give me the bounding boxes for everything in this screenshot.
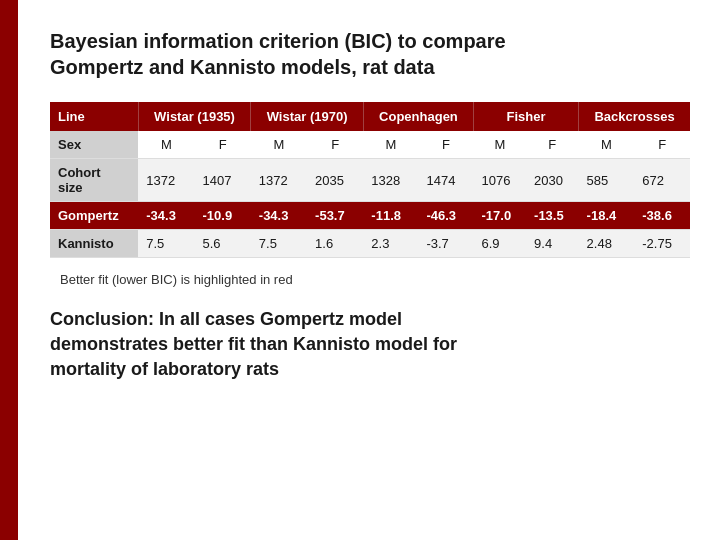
gomp-w70-m: -34.3 <box>251 202 307 230</box>
col-header-fisher: Fisher <box>474 102 579 131</box>
col-header-backcrosses: Backcrosses <box>579 102 690 131</box>
col-header-wistar1935: Wistar (1935) <box>138 102 251 131</box>
cohort-w35-m: 1372 <box>138 159 194 202</box>
sex-w35-f: F <box>195 131 251 159</box>
cohort-w70-f: 2035 <box>307 159 363 202</box>
kann-w35-m: 7.5 <box>138 230 194 258</box>
gomp-cop-m: -11.8 <box>363 202 418 230</box>
conclusion-text: Conclusion: In all cases Gompertz model … <box>50 307 690 383</box>
sex-w35-m: M <box>138 131 194 159</box>
sex-back-f: F <box>634 131 690 159</box>
page-title: Bayesian information criterion (BIC) to … <box>50 28 690 80</box>
kann-fis-m: 6.9 <box>474 230 527 258</box>
kann-w70-f: 1.6 <box>307 230 363 258</box>
cohort-cop-f: 1474 <box>418 159 473 202</box>
gomp-w35-f: -10.9 <box>195 202 251 230</box>
gompertz-label: Gompertz <box>50 202 138 230</box>
cohort-back-f: 672 <box>634 159 690 202</box>
cohort-fis-f: 2030 <box>526 159 579 202</box>
sex-fis-f: F <box>526 131 579 159</box>
cohort-back-m: 585 <box>579 159 635 202</box>
gomp-back-f: -38.6 <box>634 202 690 230</box>
cohort-row: Cohortsize 1372 1407 1372 2035 1328 1474… <box>50 159 690 202</box>
sex-fis-m: M <box>474 131 527 159</box>
kann-fis-f: 9.4 <box>526 230 579 258</box>
bic-table: Line Wistar (1935) Wistar (1970) Copenha… <box>50 102 690 258</box>
gomp-back-m: -18.4 <box>579 202 635 230</box>
gomp-fis-f: -13.5 <box>526 202 579 230</box>
cohort-label: Cohortsize <box>50 159 138 202</box>
col-header-copenhagen: Copenhagen <box>363 102 473 131</box>
kann-cop-f: -3.7 <box>418 230 473 258</box>
sex-w70-m: M <box>251 131 307 159</box>
sex-label: Sex <box>50 131 138 159</box>
col-header-line: Line <box>50 102 138 131</box>
sex-cop-f: F <box>418 131 473 159</box>
sex-back-m: M <box>579 131 635 159</box>
sex-cop-m: M <box>363 131 418 159</box>
cohort-w70-m: 1372 <box>251 159 307 202</box>
cohort-w35-f: 1407 <box>195 159 251 202</box>
kann-w35-f: 5.6 <box>195 230 251 258</box>
col-header-wistar1970: Wistar (1970) <box>251 102 364 131</box>
kann-back-f: -2.75 <box>634 230 690 258</box>
sex-row: Sex M F M F M F M F M F <box>50 131 690 159</box>
gomp-cop-f: -46.3 <box>418 202 473 230</box>
kannisto-row: Kannisto 7.5 5.6 7.5 1.6 2.3 -3.7 6.9 9.… <box>50 230 690 258</box>
kann-cop-m: 2.3 <box>363 230 418 258</box>
sex-w70-f: F <box>307 131 363 159</box>
kann-w70-m: 7.5 <box>251 230 307 258</box>
gomp-w70-f: -53.7 <box>307 202 363 230</box>
gomp-w35-m: -34.3 <box>138 202 194 230</box>
kann-back-m: 2.48 <box>579 230 635 258</box>
note-text: Better fit (lower BIC) is highlighted in… <box>60 272 690 287</box>
gomp-fis-m: -17.0 <box>474 202 527 230</box>
cohort-cop-m: 1328 <box>363 159 418 202</box>
cohort-fis-m: 1076 <box>474 159 527 202</box>
gompertz-row: Gompertz -34.3 -10.9 -34.3 -53.7 -11.8 -… <box>50 202 690 230</box>
left-accent-bar <box>0 0 18 540</box>
kannisto-label: Kannisto <box>50 230 138 258</box>
